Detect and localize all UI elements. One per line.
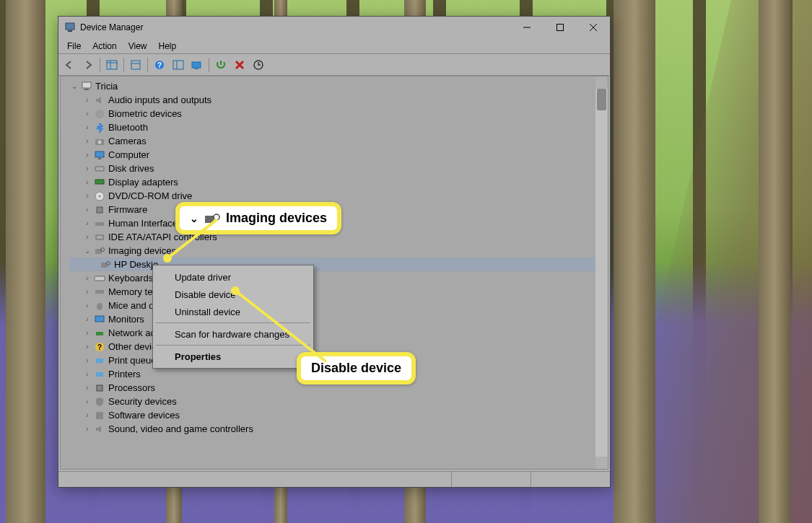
chevron-right-icon[interactable]: › [82, 301, 92, 311]
security-icon [94, 396, 105, 408]
monitor-icon [94, 149, 105, 161]
chevron-right-icon[interactable]: › [82, 273, 92, 284]
chevron-right-icon[interactable]: › [82, 328, 92, 338]
scan-hardware-button[interactable] [188, 56, 206, 74]
forward-button[interactable] [79, 56, 97, 74]
svg-rect-6 [107, 61, 117, 69]
chevron-right-icon[interactable]: › [82, 342, 92, 352]
ctx-update-driver[interactable]: Update driver [154, 268, 312, 286]
node-bluetooth[interactable]: › Bluetooth [69, 120, 595, 134]
chevron-right-icon[interactable]: › [82, 136, 92, 146]
chevron-right-icon[interactable]: › [82, 369, 92, 379]
content-area: ⌄ Tricia › Audio inputs and outputs › Bi… [60, 76, 608, 470]
node-memory[interactable]: › Memory tech [69, 285, 595, 299]
show-hide-tree-button[interactable] [103, 56, 121, 74]
tree-root-label: Tricia [95, 81, 118, 92]
scroll-thumb[interactable] [597, 89, 606, 110]
svg-rect-3 [557, 25, 564, 31]
node-biometric[interactable]: › Biometric devices [69, 107, 595, 120]
node-keyboards[interactable]: › Keyboards [69, 271, 595, 285]
tree-root[interactable]: ⌄ Tricia [69, 79, 595, 93]
svg-rect-29 [95, 180, 104, 184]
svg-text:?: ? [97, 343, 102, 351]
chevron-right-icon[interactable]: › [82, 95, 92, 105]
svg-rect-27 [98, 158, 101, 159]
chevron-right-icon[interactable]: › [82, 232, 92, 242]
sound-icon [94, 423, 105, 435]
bluetooth-icon [94, 122, 105, 133]
menu-action[interactable]: Action [87, 40, 122, 53]
chevron-right-icon[interactable]: › [82, 356, 92, 366]
disable-button[interactable] [231, 56, 248, 74]
monitor-icon [94, 314, 105, 325]
node-network[interactable]: › Network adap [69, 326, 595, 340]
menu-view[interactable]: View [123, 40, 153, 53]
node-security[interactable]: › Security devices [69, 395, 595, 408]
menu-file[interactable]: File [61, 40, 87, 53]
maximize-button[interactable] [543, 17, 577, 38]
chevron-right-icon[interactable]: › [82, 109, 92, 119]
svg-rect-9 [131, 61, 140, 69]
node-mice[interactable]: › Mice and oth [69, 299, 595, 312]
node-cameras[interactable]: › Cameras [69, 134, 595, 148]
svg-rect-40 [95, 290, 104, 294]
ctx-properties[interactable]: Properties [154, 348, 312, 365]
chevron-right-icon[interactable]: › [82, 287, 92, 297]
help-button[interactable]: ? [151, 56, 168, 74]
svg-rect-34 [96, 235, 103, 239]
chevron-right-icon[interactable]: › [82, 177, 92, 188]
titlebar[interactable]: Device Manager [58, 17, 610, 38]
chevron-right-icon[interactable]: › [82, 164, 92, 174]
chevron-down-icon[interactable]: ⌄ [82, 246, 92, 256]
chevron-right-icon[interactable]: › [82, 410, 92, 421]
node-software[interactable]: › Software devices [69, 408, 595, 422]
chevron-right-icon[interactable]: › [82, 123, 92, 133]
node-monitors[interactable]: › Monitors [69, 312, 595, 326]
back-button[interactable] [61, 56, 78, 74]
properties-button[interactable] [127, 56, 144, 74]
svg-rect-15 [192, 62, 201, 68]
node-imaging-child[interactable]: HP Deskje [69, 258, 595, 271]
svg-rect-21 [84, 89, 89, 90]
window-title: Device Manager [80, 22, 143, 32]
keyboard-icon [94, 273, 105, 284]
device-manager-window: Device Manager File Action View Help ? [58, 16, 611, 488]
node-disk[interactable]: › Disk drives [69, 162, 595, 175]
app-icon [64, 22, 76, 33]
node-imaging[interactable]: ⌄ Imaging devices [69, 244, 595, 258]
minimize-button[interactable] [510, 17, 543, 38]
svg-rect-16 [194, 69, 198, 69]
chevron-right-icon[interactable]: › [82, 219, 92, 229]
device-tree[interactable]: ⌄ Tricia › Audio inputs and outputs › Bi… [61, 76, 595, 469]
chevron-right-icon[interactable]: › [82, 150, 92, 160]
callout-disable-device: Disable device [297, 352, 416, 384]
menu-help[interactable]: Help [153, 40, 183, 53]
ctx-uninstall-device[interactable]: Uninstall device [154, 303, 312, 320]
svg-rect-0 [66, 23, 74, 30]
software-icon [94, 410, 105, 421]
update-driver-button[interactable] [250, 56, 267, 74]
close-button[interactable] [577, 17, 610, 38]
chevron-right-icon[interactable]: › [82, 205, 92, 215]
chevron-right-icon[interactable]: › [82, 424, 92, 434]
svg-rect-13 [173, 61, 183, 69]
chevron-right-icon[interactable]: › [82, 397, 92, 407]
hid-icon [94, 218, 105, 229]
svg-rect-43 [96, 332, 103, 335]
speaker-icon [94, 95, 105, 106]
chevron-right-icon[interactable]: › [82, 383, 92, 393]
printer-icon [94, 369, 105, 380]
svg-text:?: ? [157, 61, 162, 69]
node-audio[interactable]: › Audio inputs and outputs [69, 93, 595, 107]
chevron-right-icon[interactable]: › [82, 315, 92, 325]
node-dvd[interactable]: › DVD/CD-ROM drive [69, 189, 595, 203]
disk-icon [94, 163, 105, 175]
action2-button[interactable] [170, 56, 187, 74]
chevron-right-icon[interactable]: › [82, 191, 92, 201]
vertical-scrollbar[interactable] [595, 76, 608, 469]
node-computer[interactable]: › Computer [69, 148, 595, 162]
chevron-down-icon[interactable]: ⌄ [69, 82, 79, 92]
node-sound[interactable]: › Sound, video and game controllers [69, 422, 595, 436]
node-display[interactable]: › Display adapters [69, 175, 595, 189]
enable-button[interactable] [212, 56, 230, 74]
